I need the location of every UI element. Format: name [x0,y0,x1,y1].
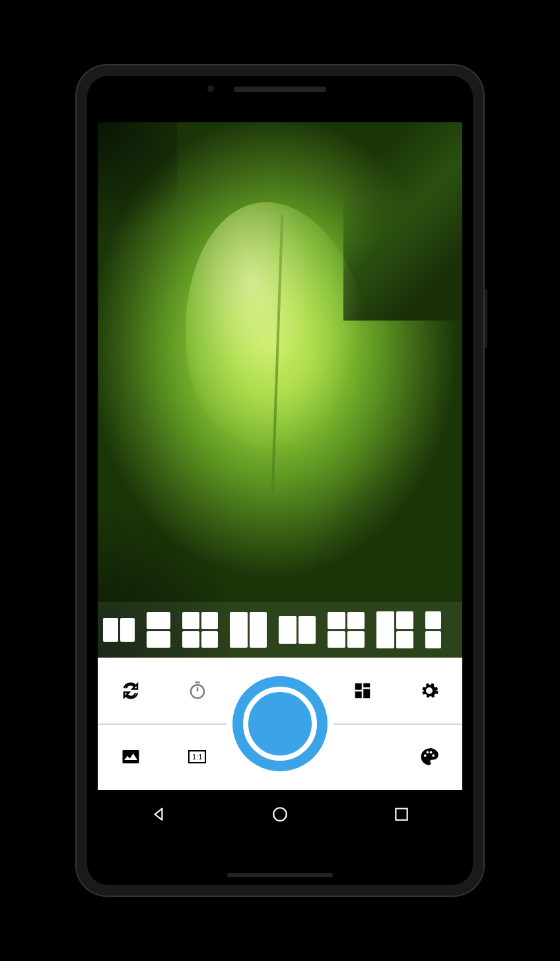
aspect-ratio-label: 1:1 [188,750,206,763]
triangle-back-icon [150,806,167,823]
square-recent-icon [393,806,410,823]
color-palette-button[interactable] [415,742,444,771]
collage-template[interactable] [328,612,365,648]
timer-icon [188,681,207,701]
svg-rect-5 [123,750,139,763]
collage-template[interactable] [376,611,413,648]
phone-bezel: 1:1 [87,76,473,885]
gallery-button[interactable] [116,742,145,771]
collage-template-strip[interactable] [98,602,462,658]
gear-icon [419,681,439,701]
switch-camera-button[interactable] [116,676,145,705]
camera-viewfinder[interactable] [98,122,462,658]
nav-recent-button[interactable] [393,806,410,826]
divider [98,724,227,724]
camera-controls: 1:1 [98,658,462,790]
nav-back-button[interactable] [150,806,167,826]
phone-speaker [227,873,333,877]
settings-button[interactable] [415,676,444,705]
palette-icon [419,747,439,767]
collage-layout-button[interactable] [348,676,377,705]
shutter-button[interactable] [232,676,328,771]
svg-rect-1 [355,683,362,690]
timer-button[interactable] [183,676,212,705]
svg-rect-7 [396,808,407,820]
image-icon [121,747,141,767]
grid-icon [353,681,372,701]
divider [333,724,462,724]
android-navbar [98,792,462,839]
circle-home-icon [271,806,289,823]
collage-template[interactable] [425,611,441,648]
phone-front-camera [207,85,214,92]
collage-template[interactable] [103,618,135,642]
collage-template[interactable] [182,612,218,648]
svg-rect-2 [364,683,370,687]
aspect-ratio-button[interactable]: 1:1 [183,742,212,771]
app-screen: 1:1 [98,122,462,839]
phone-earpiece [234,87,326,92]
svg-rect-4 [355,691,362,698]
shutter-inner [243,687,317,761]
collage-template[interactable] [147,612,170,648]
collage-template[interactable] [279,616,316,644]
refresh-icon [121,681,141,701]
svg-point-6 [273,808,287,821]
svg-rect-3 [364,689,370,699]
phone-device-frame: 1:1 [75,64,485,897]
collage-template[interactable] [230,612,267,648]
nav-home-button[interactable] [271,806,289,826]
phone-power-button [485,289,487,348]
